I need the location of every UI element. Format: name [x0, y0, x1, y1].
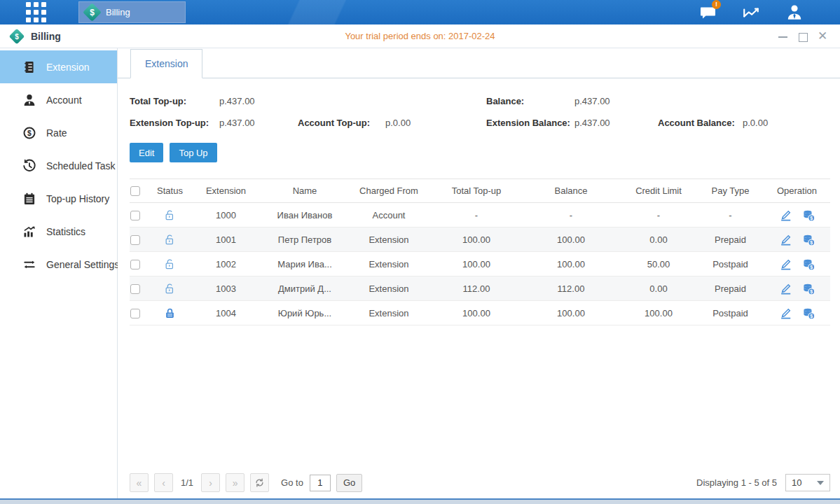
close-icon[interactable]: ✕ [815, 30, 830, 43]
cell-charged-from: Extension [347, 252, 431, 276]
cell-balance: 112.00 [522, 276, 620, 301]
general-settings-icon [22, 257, 37, 272]
edit-row-icon[interactable] [779, 307, 792, 320]
sidebar-item-scheduled-task[interactable]: Scheduled Task [0, 149, 117, 182]
extension-topup-label: Extension Top-up: [130, 118, 219, 128]
sidebar-item-label: Account [46, 94, 82, 106]
table-row-extension-1002: 1002Мария Ива...Extension100.00100.0050.… [130, 252, 830, 276]
balance-summary: Total Top-up: p.437.00 Balance: p.437.00… [118, 78, 840, 134]
cell-name: Юрий Юрь... [263, 301, 347, 326]
cell-total-topup: 100.00 [431, 252, 522, 276]
extension-balance-value: p.437.00 [574, 118, 658, 128]
sidebar-item-extension[interactable]: Extension [0, 50, 117, 83]
cell-credit-limit: 50.00 [620, 252, 697, 276]
tab-extension[interactable]: Extension [130, 49, 202, 78]
next-page-icon[interactable]: › [201, 473, 220, 492]
row-checkbox[interactable] [130, 235, 140, 245]
edit-row-icon[interactable] [779, 258, 792, 271]
page-size-select[interactable]: 10 [785, 474, 830, 491]
window-bottom-edge [0, 498, 840, 504]
row-checkbox[interactable] [130, 211, 140, 220]
table-row-extension-1004: 1004Юрий Юрь...Extension100.00100.00100.… [130, 301, 830, 326]
chevron-down-icon [817, 481, 824, 485]
app-tab-label: Billing [106, 7, 130, 18]
cell-extension: 1000 [189, 203, 263, 227]
reports-chart-icon[interactable] [739, 4, 763, 22]
sidebar-item-rate[interactable]: $Rate [0, 116, 117, 149]
cell-credit-limit: 100.00 [620, 301, 697, 326]
app-launcher-grid-icon[interactable] [26, 2, 46, 22]
lock-closed-icon [164, 307, 176, 319]
tab-strip: Extension [118, 48, 840, 78]
cell-total-topup: 112.00 [431, 276, 522, 301]
extension-balance-label: Extension Balance: [486, 118, 574, 128]
topup-row-icon[interactable]: $ [802, 282, 815, 295]
table-row-extension-1000: 1000Иван ИвановAccount----$ [130, 203, 830, 227]
topup-history-icon [22, 191, 37, 206]
row-checkbox[interactable] [130, 284, 140, 294]
displaying-count: Displaying 1 - 5 of 5 [696, 477, 777, 488]
go-button[interactable]: Go [336, 474, 362, 492]
svg-text:$: $ [810, 265, 813, 270]
cell-balance: - [522, 203, 620, 227]
maximize-icon[interactable] [795, 30, 811, 43]
cell-name: Петр Петров [263, 227, 347, 252]
col-pay-type: Pay Type [697, 179, 764, 203]
select-all-checkbox[interactable] [130, 186, 140, 196]
top-up-button[interactable]: Top Up [170, 143, 216, 162]
cell-extension: 1003 [189, 276, 263, 301]
cell-total-topup: 100.00 [431, 301, 522, 326]
cell-extension: 1001 [189, 227, 263, 252]
rate-icon: $ [22, 125, 37, 141]
edit-button[interactable]: Edit [130, 143, 163, 162]
topup-row-icon[interactable]: $ [802, 209, 815, 222]
lock-open-icon [164, 234, 176, 246]
cell-pay-type: Prepaid [697, 276, 764, 301]
svg-text:$: $ [810, 289, 813, 295]
col-operation: Operation [764, 179, 830, 203]
refresh-icon[interactable] [250, 473, 269, 492]
cell-name: Мария Ива... [263, 252, 347, 276]
cell-balance: 100.00 [522, 301, 620, 326]
edit-row-icon[interactable] [779, 282, 792, 295]
row-checkbox[interactable] [130, 260, 140, 270]
app-tab-billing[interactable]: $ Billing [78, 1, 186, 23]
topup-row-icon[interactable]: $ [802, 233, 815, 246]
table-row-extension-1003: 1003Дмитрий Д...Extension112.00112.000.0… [130, 276, 830, 301]
extension-table: Status Extension Name Charged From Total… [130, 178, 830, 326]
sidebar-item-top-up-history[interactable]: Top-up History [0, 182, 117, 215]
edit-row-icon[interactable] [779, 209, 792, 222]
sidebar-item-general-settings[interactable]: General Settings [0, 248, 117, 281]
goto-page-input[interactable] [310, 475, 331, 491]
balance-value: p.437.00 [574, 96, 658, 106]
statistics-icon [22, 224, 37, 239]
cell-charged-from: Extension [347, 227, 431, 252]
row-checkbox[interactable] [130, 309, 140, 318]
user-account-icon[interactable] [783, 4, 806, 22]
edit-row-icon[interactable] [779, 233, 792, 246]
cell-total-topup: - [431, 203, 522, 227]
sidebar-item-label: Scheduled Task [46, 160, 116, 172]
cell-balance: 100.00 [522, 227, 620, 252]
first-page-icon[interactable]: « [130, 473, 149, 492]
cell-pay-type: Postpaid [697, 301, 764, 326]
lock-open-icon [164, 283, 176, 295]
sidebar-item-label: Statistics [46, 226, 85, 237]
page-size-value: 10 [792, 477, 801, 488]
minimize-icon[interactable] [776, 30, 791, 43]
sidebar-item-account[interactable]: Account [0, 83, 117, 116]
sidebar-item-label: Extension [46, 62, 89, 73]
total-topup-label: Total Top-up: [130, 96, 219, 106]
topup-row-icon[interactable]: $ [802, 307, 815, 320]
trial-notice: Your trial period ends on: 2017-02-24 [0, 31, 840, 41]
cell-pay-type: - [697, 203, 764, 227]
sidebar-item-statistics[interactable]: Statistics [0, 215, 117, 248]
window-title: Billing [31, 31, 61, 42]
last-page-icon[interactable]: » [226, 473, 245, 492]
topup-row-icon[interactable]: $ [802, 258, 815, 271]
prev-page-icon[interactable]: ‹ [154, 473, 173, 492]
svg-text:$: $ [810, 216, 813, 221]
sidebar-item-label: Top-up History [46, 193, 109, 204]
table-row-extension-1001: 1001Петр ПетровExtension100.00100.000.00… [130, 227, 830, 252]
messages-icon[interactable]: ! [696, 4, 719, 22]
